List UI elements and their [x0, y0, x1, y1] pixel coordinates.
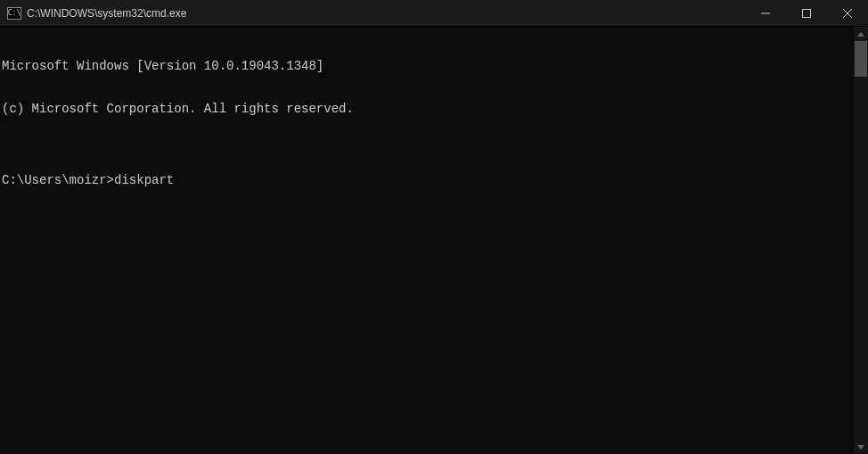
scroll-thumb[interactable] [855, 41, 867, 77]
svg-rect-1 [803, 10, 811, 18]
minimize-button[interactable] [745, 0, 786, 27]
cmd-icon-text: C:\ [8, 9, 20, 17]
close-button[interactable] [827, 0, 868, 27]
terminal[interactable]: Microsoft Windows [Version 10.0.19043.13… [0, 27, 854, 454]
terminal-output-line: (c) Microsoft Corporation. All rights re… [2, 102, 854, 116]
window-title: C:\WINDOWS\system32\cmd.exe [27, 7, 745, 20]
maximize-icon [802, 9, 811, 18]
terminal-output-line: Microsoft Windows [Version 10.0.19043.13… [2, 59, 854, 73]
minimize-icon [761, 9, 770, 18]
chevron-up-icon [857, 32, 864, 37]
command-input[interactable]: diskpart [114, 173, 174, 187]
prompt: C:\Users\moizr> [2, 173, 114, 187]
vertical-scrollbar[interactable] [854, 27, 868, 454]
maximize-button[interactable] [786, 0, 827, 27]
chevron-down-icon [857, 445, 864, 450]
cmd-icon: C:\ [7, 7, 21, 20]
close-icon [843, 9, 852, 18]
terminal-area: Microsoft Windows [Version 10.0.19043.13… [0, 27, 868, 454]
scroll-track[interactable] [854, 41, 868, 440]
scroll-up-arrow[interactable] [854, 27, 868, 41]
window-controls [745, 0, 868, 26]
titlebar[interactable]: C:\ C:\WINDOWS\system32\cmd.exe [0, 0, 868, 27]
scroll-down-arrow[interactable] [854, 440, 868, 454]
prompt-line: C:\Users\moizr>diskpart [2, 173, 854, 187]
